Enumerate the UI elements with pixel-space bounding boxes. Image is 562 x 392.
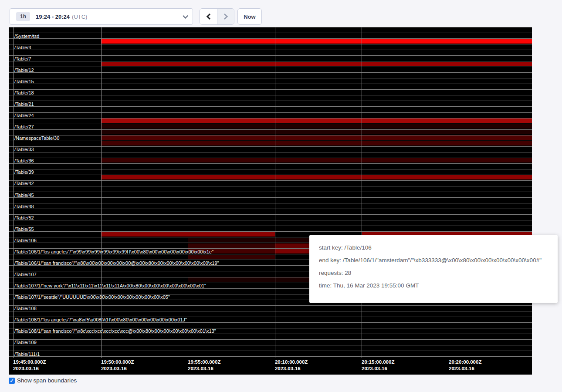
span-boundary-line	[9, 186, 532, 186]
time-range-dropdown[interactable]: 1h 19:24 - 20:24 (UTC)	[10, 8, 193, 25]
span-boundary-line	[9, 55, 532, 56]
heat-band[interactable]	[101, 39, 532, 44]
range-timezone: (UTC)	[72, 14, 87, 20]
time-axis-tick: 20:20:00.000Z2023-03-16	[449, 359, 481, 372]
span-boundary-line	[9, 84, 532, 84]
span-label: /Table/107/1/"seattle"/"UUUUUUD\x00\x80\…	[14, 294, 170, 300]
span-label: /Table/12	[14, 68, 34, 73]
span-tooltip: start key: /Table/106 end key: /Table/10…	[309, 235, 558, 303]
span-label: /Table/39	[14, 169, 34, 175]
time-gridline	[362, 27, 362, 358]
span-label: /Table/106/1/"san francisco"/"\x80\x00\x…	[14, 260, 219, 266]
chevron-down-icon	[183, 13, 188, 19]
span-boundary-line	[9, 146, 532, 147]
heat-band[interactable]	[101, 118, 532, 123]
span-label: /Table/108/1/"los angeles"/"\xa8\xf5\u00…	[14, 317, 187, 322]
span-boundary-line	[9, 152, 532, 152]
span-label: /Table/36	[14, 158, 34, 163]
span-label: /Table/52	[14, 215, 34, 220]
heat-band[interactable]	[101, 158, 532, 162]
next-range-button[interactable]	[217, 9, 234, 24]
span-boundary-line	[9, 78, 532, 78]
heat-band[interactable]	[101, 62, 532, 66]
time-gridline	[275, 27, 275, 358]
span-boundary-line	[9, 192, 532, 192]
span-label: /NamespaceTable/30	[14, 135, 59, 141]
span-boundary-line	[9, 72, 532, 73]
heatmap-rows-area[interactable]: /System/tsd/Table/4/Table/7/Table/12/Tab…	[9, 27, 532, 356]
span-label: /Table/48	[14, 204, 34, 209]
span-boundary-line	[9, 220, 532, 220]
span-label: /Table/7	[14, 56, 31, 61]
time-axis-tick: 19:45:00.000Z2023-03-16	[13, 359, 46, 372]
span-label: /System/tsd	[14, 34, 39, 39]
time-gridline	[449, 27, 449, 358]
tooltip-end-key: end key: /Table/106/1/"amsterdam"/"\xb33…	[319, 257, 548, 264]
span-boundary-line	[9, 226, 532, 226]
span-boundary-line	[9, 50, 532, 50]
span-label: /Table/111/1	[14, 351, 40, 357]
span-boundary-line	[9, 163, 532, 164]
span-label: /Table/107/1/"new york"/"\x11\x11\x11\x1…	[14, 283, 206, 288]
span-boundary-line	[9, 67, 532, 67]
span-boundary-line	[9, 180, 532, 181]
tooltip-requests: requests: 28	[319, 270, 548, 276]
span-label: /Table/42	[14, 181, 34, 186]
heat-band[interactable]	[101, 175, 532, 179]
span-boundary-line	[9, 214, 532, 215]
heat-band[interactable]	[101, 135, 532, 140]
key-visualizer-canvas[interactable]: /System/tsd/Table/4/Table/7/Table/12/Tab…	[9, 27, 532, 375]
span-boundary-line	[9, 106, 532, 107]
span-label: /Table/45	[14, 193, 34, 198]
time-nav-group	[200, 8, 234, 25]
span-boundary-line	[9, 311, 532, 311]
span-boundary-line	[9, 101, 532, 101]
span-label: /Table/4	[14, 45, 31, 50]
span-boundary-line	[9, 89, 532, 90]
span-boundary-line	[9, 339, 532, 340]
chevron-right-icon	[222, 14, 228, 20]
footer: ✓ Show span boundaries	[9, 377, 77, 384]
span-boundary-line	[9, 203, 532, 203]
span-boundary-line	[9, 27, 532, 27]
span-label: /Table/21	[14, 101, 34, 107]
span-boundary-line	[9, 95, 532, 95]
span-boundary-line	[9, 112, 532, 113]
span-boundary-line	[9, 345, 532, 345]
show-span-boundaries-checkbox[interactable]: ✓	[9, 378, 15, 384]
span-label: /Table/33	[14, 147, 34, 152]
time-gridline	[101, 27, 102, 358]
range-duration-badge: 1h	[16, 12, 30, 21]
span-boundary-line	[9, 351, 532, 351]
now-button[interactable]: Now	[237, 8, 262, 25]
chevron-left-icon	[206, 14, 212, 20]
span-label: /Table/109	[14, 340, 37, 345]
heat-band[interactable]	[101, 130, 532, 134]
time-gridline	[13, 27, 14, 358]
range-text: 19:24 - 20:24	[36, 14, 70, 20]
time-axis: 19:45:00.000Z2023-03-1619:50:00.000Z2023…	[9, 356, 532, 375]
time-axis-tick: 20:15:00.000Z2023-03-16	[362, 359, 394, 372]
span-label: /Table/108	[14, 306, 37, 311]
span-label: /Table/27	[14, 124, 34, 129]
span-boundary-line	[9, 44, 532, 44]
tooltip-start-key: start key: /Table/106	[319, 244, 548, 251]
heat-band[interactable]	[101, 141, 532, 145]
span-label: /Table/106	[14, 238, 37, 243]
span-label: /Table/18	[14, 90, 34, 95]
span-boundary-line	[9, 33, 532, 33]
heat-band[interactable]	[101, 124, 532, 128]
span-boundary-line	[9, 209, 532, 209]
span-boundary-line	[9, 169, 532, 169]
prev-range-button[interactable]	[200, 9, 217, 24]
span-boundary-line	[9, 197, 532, 198]
tooltip-time: time: Thu, 16 Mar 2023 19:55:00 GMT	[319, 282, 548, 289]
time-axis-tick: 19:50:00.000Z2023-03-16	[101, 359, 134, 372]
span-label: /Table/108/1/"san francisco"/"\x8c\xcc\x…	[14, 328, 216, 334]
toolbar: 1h 19:24 - 20:24 (UTC) Now	[0, 0, 562, 27]
time-gridline	[188, 27, 188, 358]
span-label: /Table/15	[14, 79, 34, 84]
heat-band[interactable]	[188, 255, 275, 259]
time-axis-tick: 20:10:00.000Z2023-03-16	[275, 359, 308, 372]
time-axis-tick: 19:55:00.000Z2023-03-16	[188, 359, 220, 372]
